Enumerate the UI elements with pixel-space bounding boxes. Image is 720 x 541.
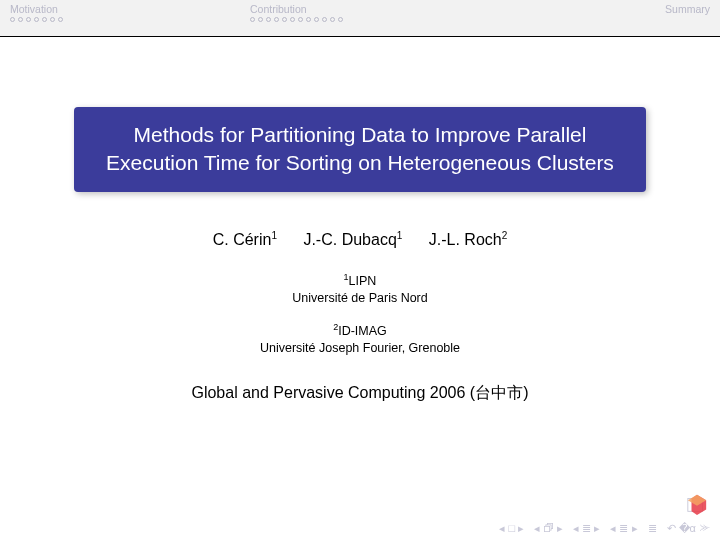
section-tabs: Motivation Contribution Summary <box>0 0 720 37</box>
author: C. Cérin1 <box>213 231 277 248</box>
progress-dots <box>250 17 470 22</box>
author: J.-L. Roch2 <box>429 231 507 248</box>
progress-dots <box>10 17 230 22</box>
nav-back-icon[interactable]: ↶ �α ⪼ <box>667 522 710 535</box>
nav-first-icon[interactable]: ◂ □ ▸ <box>499 522 524 535</box>
tab-motivation[interactable]: Motivation <box>0 0 240 36</box>
nav-prev-section-icon[interactable]: ◂ 🗇 ▸ <box>534 522 563 535</box>
affiliation-block: 1LIPN Université de Paris Nord <box>0 271 720 307</box>
tab-label: Summary <box>490 3 710 15</box>
conference-line: Global and Pervasive Computing 2006 (台中市… <box>0 383 720 404</box>
presentation-title: Methods for Partitioning Data to Improve… <box>106 123 614 174</box>
affiliation-block: 2ID-IMAG Université Joseph Fourier, Gren… <box>0 321 720 357</box>
tab-contribution[interactable]: Contribution <box>240 0 480 36</box>
tab-label: Contribution <box>250 3 470 15</box>
beamer-logo-icon <box>686 493 708 515</box>
affiliations: 1LIPN Université de Paris Nord 2ID-IMAG … <box>0 271 720 357</box>
tab-label: Motivation <box>10 3 230 15</box>
authors-line: C. Cérin1 J.-C. Dubacq1 J.-L. Roch2 <box>0 230 720 249</box>
tab-summary[interactable]: Summary <box>480 0 720 36</box>
nav-next-slide-icon[interactable]: ◂ ≣ ▸ <box>610 522 637 535</box>
author: J.-C. Dubacq1 <box>303 231 402 248</box>
title-box: Methods for Partitioning Data to Improve… <box>74 107 646 192</box>
nav-prev-slide-icon[interactable]: ◂ ≣ ▸ <box>573 522 600 535</box>
beamer-nav-bar: ◂ □ ▸ ◂ 🗇 ▸ ◂ ≣ ▸ ◂ ≣ ▸ ≣ ↶ �α ⪼ <box>499 522 710 535</box>
nav-toggle-icon[interactable]: ≣ <box>648 522 657 535</box>
